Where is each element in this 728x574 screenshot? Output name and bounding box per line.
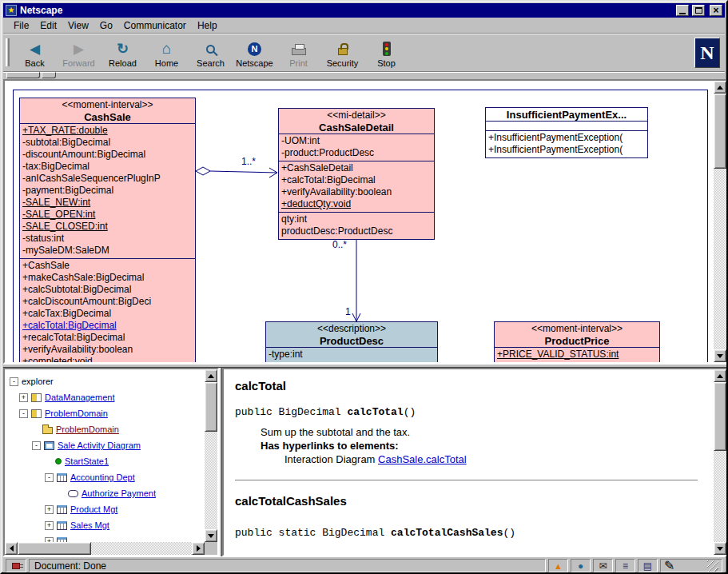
tree-link[interactable]: ProblemDomain (56, 425, 119, 434)
tree-link[interactable]: Accounting Dept (70, 472, 135, 482)
stereotype: <<description>> (268, 323, 436, 335)
reload-button[interactable]: ↻ Reload (101, 36, 145, 70)
scrollbar-right-button[interactable] (192, 542, 205, 555)
tree-link[interactable]: DataManagement (45, 393, 114, 402)
attributes-compartment: +TAX_RATE:double -subtotal:BigDecimal -d… (20, 124, 195, 259)
tree-link[interactable]: ProblemDomain (45, 409, 108, 418)
scrollbar-down-button[interactable] (205, 529, 217, 542)
interaction-diagram-link[interactable]: CashSale.calcTotal (378, 453, 467, 465)
menu-file[interactable]: File (8, 18, 34, 33)
diagram-vertical-scrollbar[interactable] (714, 81, 726, 362)
tree-item-problemdomain: - ProblemDomain (19, 405, 205, 421)
explorer-frame: - explorer + DataManagement - ProblemDom… (3, 368, 219, 556)
uml-class-insufficientpaymentexception[interactable]: InsufficientPaymentEx... +InsufficientPa… (485, 107, 648, 158)
collapsed-personal-bar-tab[interactable] (42, 72, 56, 78)
uml-method: +verifyAvailability:boolean (281, 186, 432, 198)
component-navigator[interactable]: ● (571, 559, 591, 572)
toolbar-grip[interactable] (6, 38, 10, 66)
menu-help[interactable]: Help (192, 18, 223, 33)
titlebar[interactable]: ★ Netscape × (3, 3, 725, 18)
uml-class-productdesc[interactable]: <<description>> ProductDesc -type:int (265, 321, 438, 362)
close-button[interactable]: × (710, 5, 722, 16)
menu-edit[interactable]: Edit (34, 18, 62, 33)
tree-toggle[interactable]: - (19, 409, 28, 418)
netscape-logo[interactable]: N (694, 38, 720, 68)
reload-icon: ↻ (117, 40, 129, 58)
tree-link[interactable]: Sales Mgt (70, 520, 109, 530)
attributes-compartment: -UOM:int -product:ProductDesc (279, 134, 434, 161)
uml-method: +calcTotal:BigDecimal (281, 174, 432, 186)
back-button[interactable]: ◀ Back (13, 36, 57, 70)
tree-toggle[interactable]: + (19, 393, 28, 402)
component-newsgroups[interactable]: ≡ (615, 559, 635, 572)
menu-go[interactable]: Go (94, 18, 118, 33)
back-label: Back (25, 58, 44, 68)
tree-link[interactable]: Product Mgt (70, 504, 117, 514)
uml-class-cashsaledetail[interactable]: <<mi-detail>> CashSaleDetail -UOM:int -p… (278, 108, 435, 240)
attributes-compartment: -type:int (266, 348, 437, 362)
menu-communicator[interactable]: Communicator (118, 18, 192, 33)
menu-view[interactable]: View (62, 18, 94, 33)
hyperlink-line: Interaction Diagram CashSale.calcTotal (284, 453, 698, 465)
uml-attribute: -type:int (269, 349, 436, 361)
method-signature: public static BigDecimal calcTotalCashSa… (235, 527, 698, 539)
scrollbar-up-button[interactable] (714, 369, 726, 382)
explorer-horizontal-scrollbar[interactable] (5, 542, 205, 555)
tree-link[interactable]: Sale Activity Diagram (58, 440, 141, 450)
scrollbar-thumb[interactable] (18, 542, 91, 555)
tree-toggle[interactable]: + (45, 505, 54, 514)
tree-link[interactable]: Authorize Payment (82, 488, 156, 498)
scrollbar-thumb[interactable] (205, 382, 217, 432)
maximize-button[interactable] (692, 5, 705, 16)
doc-vertical-scrollbar[interactable] (714, 369, 726, 555)
scrollbar-up-button[interactable] (714, 81, 726, 94)
tree-link[interactable]: StartState1 (65, 456, 109, 466)
signature-params: () (404, 406, 416, 418)
tree-toggle[interactable]: + (45, 521, 54, 530)
explorer-vertical-scrollbar[interactable] (205, 369, 217, 542)
scrollbar-left-button[interactable] (5, 542, 18, 555)
collapsed-location-bar-tab[interactable] (6, 72, 40, 78)
uml-method-calctotal-link[interactable]: +calcTotal:BigDecimal (22, 320, 193, 332)
stop-button[interactable]: Stop (364, 36, 408, 70)
scrollbar-thumb[interactable] (714, 382, 726, 451)
diagram-canvas[interactable]: 1..* 0..* 1 <<moment-interval>> CashSale… (5, 81, 714, 362)
uml-member: productDesc:ProductDesc (281, 225, 432, 237)
scrollbar-down-button[interactable] (714, 542, 726, 555)
scrollbar-up-button[interactable] (205, 369, 217, 382)
print-button[interactable]: Print (276, 36, 320, 70)
extra-compartment: qty:int productDesc:ProductDesc (279, 213, 434, 239)
doc-heading-calctotal: calcTotal (235, 379, 698, 393)
uml-method: +calcDiscountAmount:BigDeci (22, 296, 193, 308)
signature-modifiers: public BigDecimal (235, 406, 347, 418)
forward-button[interactable]: ▶ Forward (57, 36, 101, 70)
maximize-icon (695, 7, 702, 14)
tree-toggle[interactable]: - (32, 441, 41, 450)
tree-toggle[interactable]: - (45, 473, 54, 482)
uml-attribute: -discountAmount:BigDecimal (22, 149, 193, 161)
tree-item-sale-activity-diagram: - Sale Activity Diagram (32, 437, 205, 453)
uml-class-productprice[interactable]: <<moment-interval>> ProductPrice +PRICE_… (494, 321, 660, 362)
tree-toggle[interactable]: - (10, 377, 18, 386)
home-label: Home (155, 58, 178, 68)
statusbar: Document: Done ▲ ● ✉ ≡ ▤ ✎ (3, 556, 725, 574)
signature-name: calcTotalCashSales (391, 527, 503, 539)
netscape-button[interactable]: N Netscape (233, 36, 276, 70)
attributes-compartment: +PRICE_VALID_STATUS:int (495, 348, 659, 362)
scrollbar-thumb[interactable] (714, 94, 726, 169)
scrollbar-down-button[interactable] (714, 349, 726, 362)
security-button[interactable]: Security (320, 36, 364, 70)
component-composer[interactable]: ✎ (660, 559, 722, 572)
search-button[interactable]: Search (189, 36, 233, 70)
component-construction[interactable]: ▲ (548, 559, 568, 572)
start-state-icon (55, 458, 62, 464)
home-button[interactable]: ⌂ Home (145, 36, 189, 70)
minimize-button[interactable] (676, 5, 689, 16)
stereotype: <<mi-detail>> (280, 110, 432, 122)
connection-indicator[interactable] (6, 559, 26, 572)
uml-class-cashsale[interactable]: <<moment-interval>> CashSale +TAX_RATE:d… (19, 98, 196, 362)
resize-grip[interactable] (707, 560, 718, 572)
component-address-book[interactable]: ▤ (638, 559, 658, 572)
address-book-icon: ▤ (643, 560, 652, 572)
component-inbox[interactable]: ✉ (593, 559, 613, 572)
